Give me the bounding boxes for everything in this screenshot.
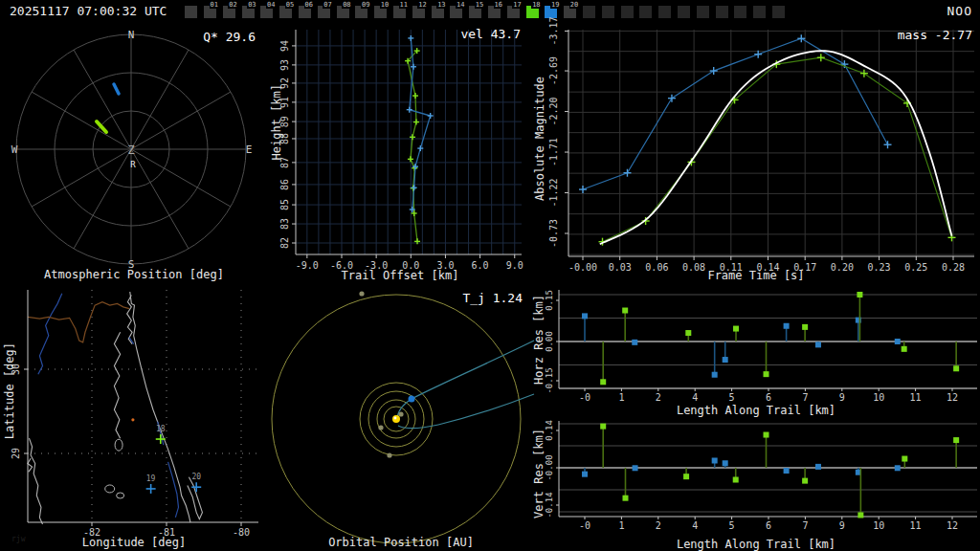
frame-box-14[interactable]: 14	[450, 6, 462, 18]
tick-label: -0.73	[548, 219, 559, 248]
frame-box-13[interactable]: 13	[432, 6, 444, 18]
sun-dot	[392, 415, 400, 423]
frame-number-label: 16	[494, 1, 503, 9]
tick-label: -1.71	[548, 138, 559, 166]
frame-box-04[interactable]: 04	[260, 6, 273, 18]
coastline	[28, 458, 33, 472]
frame-box-02[interactable]: 02	[223, 6, 235, 18]
tick-label: 12	[947, 520, 958, 531]
orbit-caption: Orbital Position [AU]	[268, 536, 534, 549]
frame-box-blank-26[interactable]	[678, 6, 690, 18]
residual-point	[632, 340, 637, 345]
tick-label: 82	[279, 237, 290, 249]
top-status-bar: 20251117 07:00:32 UTC 010203040506070809…	[0, 0, 980, 23]
frame-box-03[interactable]: 03	[242, 6, 255, 18]
tick-label: -1.22	[548, 178, 559, 207]
frame-box-01[interactable]: 01	[204, 6, 216, 18]
point-station-19	[412, 185, 417, 190]
velocity-annotation: vel 43.7	[460, 27, 521, 41]
zenith-label: Z	[127, 143, 134, 157]
frame-number-label: 20	[569, 1, 579, 9]
frame-number-label: 14	[456, 1, 465, 9]
frame-box-blank-23[interactable]	[621, 6, 634, 18]
frame-box-blank-0[interactable]	[185, 6, 197, 18]
tick-label: 4	[692, 392, 698, 403]
frame-box-17[interactable]: 17	[507, 6, 520, 18]
tick-label: -3.17	[548, 16, 559, 45]
light-curve-plot-canvas: -0.000.030.060.080.110.140.170.200.230.2…	[532, 23, 980, 283]
orbit-plot-canvas	[268, 283, 534, 551]
point-station-18	[408, 156, 413, 162]
point-station-19	[884, 141, 892, 148]
point-station-19	[408, 35, 413, 41]
frame-box-blank-27[interactable]	[697, 6, 709, 18]
planet-dot	[387, 452, 391, 457]
tick-label: -0.00	[545, 454, 554, 480]
frame-number-label: 08	[342, 1, 351, 9]
frame-number-label: 03	[247, 1, 256, 9]
point-station-18	[413, 120, 419, 125]
frame-box-blank-29[interactable]	[734, 6, 746, 18]
frame-box-15[interactable]: 15	[469, 6, 481, 18]
frame-number-label: 09	[361, 1, 370, 9]
frame-box-blank-25[interactable]	[658, 6, 671, 18]
frame-box-blank-31[interactable]	[772, 6, 785, 18]
tick-label: 2	[656, 520, 661, 531]
polar-spoke	[131, 50, 189, 149]
state-border	[28, 302, 129, 342]
point-station-18	[860, 70, 868, 77]
residual-point	[895, 339, 901, 344]
residual-point	[802, 478, 808, 484]
polar-spoke	[74, 50, 131, 149]
frame-box-10[interactable]: 10	[374, 6, 387, 18]
longitude-axis-label: Longitude [deg]	[0, 536, 268, 549]
frame-number-label: 07	[323, 1, 332, 9]
tick-label: -0	[579, 392, 590, 403]
tick-label: -2.20	[548, 97, 559, 125]
frame-box-05[interactable]: 05	[279, 6, 292, 18]
series-station-19	[410, 38, 431, 209]
frame-box-11[interactable]: 11	[393, 6, 406, 18]
horz-length-axis-label: Length Along Trail [km]	[532, 404, 980, 417]
frame-box-12[interactable]: 12	[412, 6, 425, 18]
residual-point	[733, 477, 739, 483]
ground-track-cross-19	[146, 484, 156, 494]
residual-point	[953, 437, 959, 443]
lake	[117, 493, 124, 498]
frame-box-blank-28[interactable]	[716, 6, 728, 18]
sun-highlight	[394, 417, 397, 420]
frame-box-19[interactable]: 19	[545, 6, 557, 18]
vert-res-axis-label: Vert Res [km]	[532, 429, 546, 518]
magnitude-axis-label: Absolute Magnitude	[533, 77, 546, 201]
frame-number-label: 15	[475, 1, 484, 9]
frame-box-blank-24[interactable]	[639, 6, 652, 18]
frame-box-blank-21[interactable]	[583, 6, 595, 18]
frame-box-blank-22[interactable]	[602, 6, 614, 18]
tick-label: -2.69	[548, 56, 559, 85]
residual-point	[582, 472, 588, 477]
residual-point	[784, 323, 790, 329]
frame-box-20[interactable]: 20	[564, 6, 576, 18]
app-root: 20251117 07:00:32 UTC 010203040506070809…	[0, 0, 980, 551]
frame-box-blank-30[interactable]	[753, 6, 766, 18]
frame-box-06[interactable]: 06	[299, 6, 311, 18]
panel-trail-offset: -9.0-6.0-3.00.03.06.09.09493929189888786…	[268, 23, 532, 283]
tick-label: 9	[839, 392, 845, 403]
tick-label: 5	[729, 520, 735, 531]
panel-ground-track-map: -82-81-803029181920 Latitude [deg] Longi…	[0, 283, 268, 551]
frame-box-08[interactable]: 08	[337, 6, 349, 18]
tick-label: W	[11, 143, 18, 156]
frame-number-label: 04	[266, 1, 276, 9]
planet-dot	[359, 291, 364, 296]
tick-label: 86	[279, 179, 290, 190]
tick-label: 10	[873, 392, 884, 403]
earth-intersect-dot	[409, 396, 415, 403]
frame-box-18[interactable]: 18	[526, 6, 539, 18]
residual-point	[764, 432, 769, 438]
frame-box-16[interactable]: 16	[488, 6, 501, 18]
frame-box-07[interactable]: 07	[318, 6, 330, 18]
point-station-19	[710, 67, 718, 75]
point-station-18	[817, 54, 825, 61]
frame-box-09[interactable]: 09	[355, 6, 368, 18]
frame-number-label: 13	[436, 1, 446, 9]
